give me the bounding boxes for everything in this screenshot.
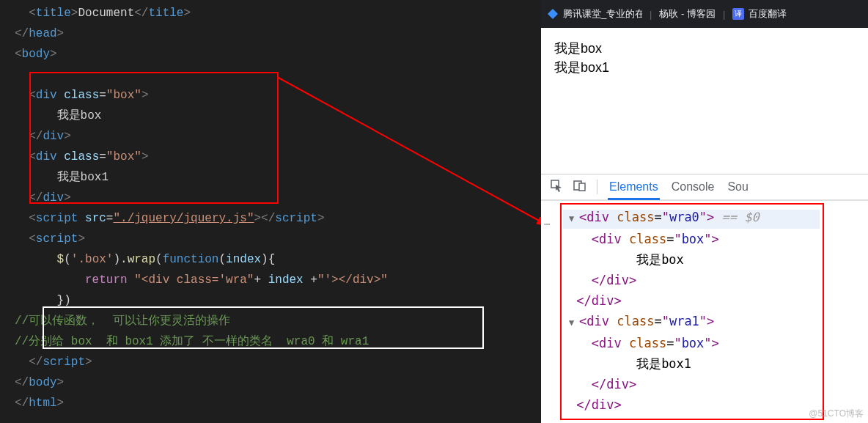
page-body: 我是box 我是box1 <box>541 28 868 88</box>
devtools-tab-sources[interactable]: Sou <box>726 176 749 198</box>
code-line: return "<div class='wra"+ index +"'></di… <box>15 270 541 290</box>
devtools-toolbar: Elements Console Sou <box>541 174 868 201</box>
code-line: <script src="./jquery/jquery.js"></scrip… <box>15 208 541 229</box>
dom-node[interactable]: ▼<div class="wra0"> == $0 <box>569 207 865 229</box>
code-line: </script> <box>15 352 541 372</box>
code-line: </div> <box>15 188 541 208</box>
dom-node[interactable]: </div> <box>569 290 865 311</box>
page-text: 我是box <box>554 39 855 58</box>
dom-node[interactable]: <div class="box"> <box>569 333 865 353</box>
dom-node[interactable]: </div> <box>569 394 865 415</box>
svg-marker-1 <box>548 9 558 19</box>
code-line: </body> <box>15 372 541 393</box>
browser-tab-bar: 腾讯课堂_专业的在... | 杨耿 - 博客园 | 译 百度翻译 <box>541 0 868 28</box>
code-line: <div class="box"> <box>15 147 541 167</box>
code-editor[interactable]: <title>Document</title> </head> <body> <… <box>0 0 541 423</box>
browser-panel: 腾讯课堂_专业的在... | 杨耿 - 博客园 | 译 百度翻译 我是box 我… <box>541 0 868 423</box>
browser-tab[interactable]: 杨耿 - 博客园 <box>659 7 716 21</box>
code-line: $('.box').wrap(function(index){ <box>15 249 541 270</box>
tab-separator: | <box>650 9 652 20</box>
inspect-icon[interactable] <box>550 179 563 195</box>
code-line: <body> <box>15 44 541 65</box>
devtools-panel: Elements Console Sou … ▼<div class="wra0… <box>541 174 868 423</box>
browser-tab[interactable]: 译 百度翻译 <box>732 7 787 21</box>
page-text: 我是box1 <box>554 58 855 77</box>
code-line: </head> <box>15 23 541 44</box>
dom-text[interactable]: 我是box1 <box>569 353 865 374</box>
svg-rect-4 <box>579 183 585 191</box>
code-line: }) <box>15 290 541 311</box>
devtools-tab-elements[interactable]: Elements <box>608 176 660 200</box>
dom-node[interactable]: <div class="box"> <box>569 229 865 249</box>
code-line: </html> <box>15 393 541 413</box>
browser-tab[interactable]: 腾讯课堂_专业的在... <box>547 7 642 21</box>
tab-label: 腾讯课堂_专业的在... <box>563 7 642 21</box>
code-comment: //可以传函数， 可以让你更灵活的操作 <box>15 311 541 331</box>
dom-node[interactable]: ▼<div class="wra1"> <box>569 311 865 333</box>
code-line: <div class="box"> <box>15 85 541 106</box>
code-line: <title>Document</title> <box>15 3 541 23</box>
dom-node[interactable]: </div> <box>569 270 865 290</box>
site-icon: 译 <box>732 8 744 20</box>
devtools-elements-tree[interactable]: … ▼<div class="wra0"> == $0 <div class="… <box>541 201 868 418</box>
devtools-tab-console[interactable]: Console <box>670 176 716 198</box>
dom-text[interactable]: 我是box <box>569 249 865 270</box>
tab-label: 杨耿 - 博客园 <box>659 7 716 21</box>
code-comment: //分别给 box 和 box1 添加了 不一样的类名 wra0 和 wra1 <box>15 331 541 352</box>
code-line <box>15 65 541 85</box>
device-toggle-icon[interactable] <box>573 179 586 195</box>
site-icon <box>547 8 559 20</box>
code-line: <script> <box>15 229 541 249</box>
code-line: </div> <box>15 126 541 147</box>
code-line: 我是box1 <box>15 167 541 188</box>
gutter-dots: … <box>544 211 550 232</box>
code-line: 我是box <box>15 106 541 126</box>
tab-separator: | <box>723 9 725 20</box>
dom-node[interactable]: </div> <box>569 374 865 394</box>
tab-label: 百度翻译 <box>749 7 787 21</box>
